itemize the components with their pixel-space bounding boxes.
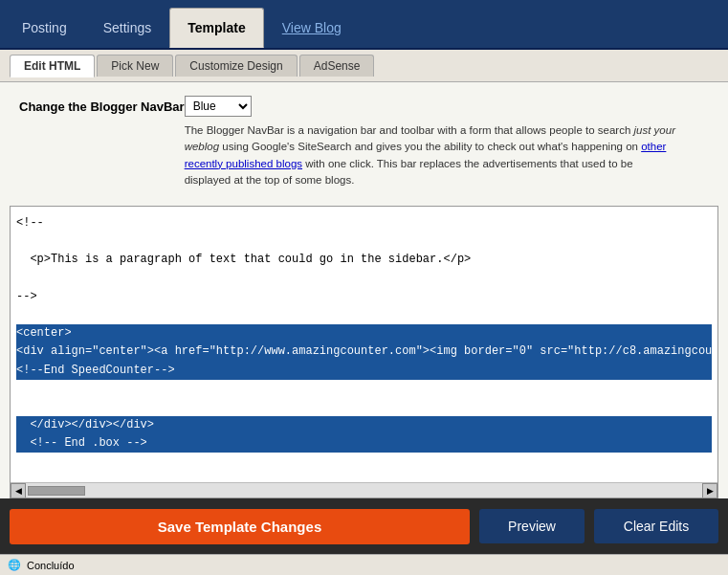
tab-customize-design[interactable]: Customize Design: [175, 55, 297, 77]
sub-nav: Edit HTML Pick New Customize Design AdSe…: [0, 50, 728, 82]
tab-edit-html[interactable]: Edit HTML: [10, 55, 95, 77]
preview-button[interactable]: Preview: [479, 509, 585, 543]
code-line-2: [16, 232, 712, 251]
scroll-right-btn[interactable]: ▶: [702, 483, 717, 498]
code-line-6: [16, 306, 712, 324]
code-line-4: [16, 270, 712, 288]
tab-posting[interactable]: Posting: [4, 8, 85, 48]
scroll-thumb[interactable]: [28, 486, 85, 496]
code-line-10: [16, 380, 712, 398]
tab-pick-new[interactable]: Pick New: [97, 55, 173, 77]
status-bar: 🌐 Concluído: [0, 554, 728, 575]
navbar-color-select[interactable]: Blue Silver Black White: [185, 96, 252, 117]
top-nav: Posting Settings Template View Blog: [0, 0, 728, 50]
save-template-button[interactable]: Save Template Changes: [10, 509, 470, 544]
scroll-left-btn[interactable]: ◀: [11, 483, 26, 498]
scroll-track[interactable]: [26, 486, 702, 496]
status-text: Concluído: [27, 560, 75, 571]
tab-template[interactable]: Template: [169, 8, 263, 48]
navbar-description: The Blogger NavBar is a navigation bar a…: [185, 122, 682, 188]
code-editor[interactable]: <!-- <p>This is a paragraph of text that…: [10, 206, 718, 498]
code-line-8: <div align="center"><a href="http://www.…: [16, 343, 712, 361]
navbar-label: Change the Blogger NavBar: [19, 96, 185, 114]
code-line-3: <p>This is a paragraph of text that coul…: [16, 251, 712, 269]
horizontal-scrollbar[interactable]: ◀ ▶: [11, 482, 717, 498]
tab-settings[interactable]: Settings: [85, 8, 170, 48]
navbar-section: Change the Blogger NavBar Blue Silver Bl…: [19, 96, 709, 188]
status-icon: 🌐: [8, 559, 21, 571]
tab-view-blog[interactable]: View Blog: [264, 8, 360, 48]
code-line-13: <!-- End .box -->: [16, 434, 712, 453]
clear-edits-button[interactable]: Clear Edits: [594, 509, 718, 543]
code-line-5: -->: [16, 288, 712, 306]
code-line-11: [16, 398, 712, 416]
tab-adsense[interactable]: AdSense: [299, 55, 375, 77]
code-line-7: <center>: [16, 324, 712, 343]
code-line-12: </div></div></div>: [16, 416, 712, 434]
bottom-bar: Save Template Changes Preview Clear Edit…: [0, 498, 728, 554]
editor-content: <!-- <p>This is a paragraph of text that…: [11, 207, 717, 482]
code-line-9: <!--End SpeedCounter-->: [16, 362, 712, 380]
code-line-1: <!--: [16, 214, 712, 232]
